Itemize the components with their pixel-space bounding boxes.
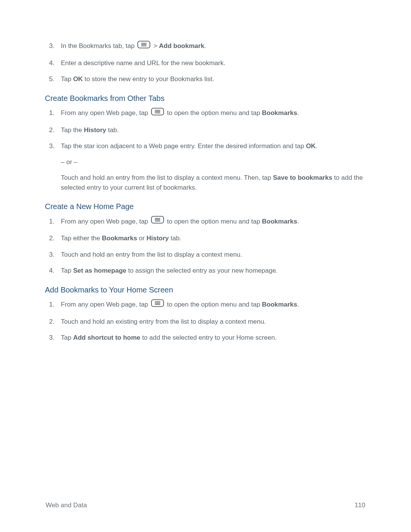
step-bold: Add shortcut to home xyxy=(73,334,140,341)
list-item: Tap OK to store the new entry to your Bo… xyxy=(56,75,365,84)
step-fragment: > xyxy=(151,42,159,50)
step-bold: Bookmarks xyxy=(262,218,297,225)
list-item: In the Bookmarks tab, tap > Add bookmark… xyxy=(56,41,365,52)
step-bold: History xyxy=(147,235,169,242)
step-text: From any open Web page, tap to open the … xyxy=(61,218,299,225)
heading-other-tabs: Create Bookmarks from Other Tabs xyxy=(45,94,365,103)
list-item: Enter a descriptive name and URL for the… xyxy=(56,59,365,68)
step-fragment: to open the option menu and tap xyxy=(165,218,262,225)
menu-icon xyxy=(151,108,164,118)
step-fragment: From any open Web page, tap xyxy=(61,301,150,308)
step-fragment: From any open Web page, tap xyxy=(61,218,150,225)
list-item: Tap the star icon adjacent to a Web page… xyxy=(56,142,365,192)
step-fragment: to add the selected entry to your Home s… xyxy=(140,334,277,341)
step-fragment: . xyxy=(315,142,317,150)
step-bold: History xyxy=(84,126,107,134)
step-fragment: to assign the selected entry as your new… xyxy=(126,267,278,274)
step-fragment: to store the new entry to your Bookmarks… xyxy=(83,75,214,83)
step-text: From any open Web page, tap to open the … xyxy=(61,109,299,117)
step-fragment: Touch and hold an entry from the list to… xyxy=(61,174,273,181)
step-fragment: . xyxy=(297,301,299,308)
list-item: Touch and hold an existing entry from th… xyxy=(56,317,365,327)
step-fragment: Tap xyxy=(61,267,73,274)
menu-icon xyxy=(151,216,164,227)
step-fragment: or xyxy=(137,235,147,242)
step-bold: OK xyxy=(73,75,83,83)
step-fragment: to open the option menu and tap xyxy=(165,109,262,117)
other-tabs-steps: From any open Web page, tap to open the … xyxy=(45,108,365,192)
step-text: Touch and hold an existing entry from th… xyxy=(61,318,266,325)
step-or: – or – xyxy=(61,157,365,167)
step-text: Tap the History tab. xyxy=(61,126,119,134)
list-item: Tap Set as homepage to assign the select… xyxy=(56,266,365,276)
list-item: From any open Web page, tap to open the … xyxy=(56,216,365,227)
step-fragment: . xyxy=(204,42,206,50)
footer-section: Web and Data xyxy=(46,502,87,509)
step-sub: Touch and hold an entry from the list to… xyxy=(61,173,365,192)
list-item: Tap the History tab. xyxy=(56,126,365,135)
step-fragment: Tap the xyxy=(61,126,84,134)
list-item: From any open Web page, tap to open the … xyxy=(56,300,365,310)
step-fragment: Tap the star icon adjacent to a Web page… xyxy=(61,142,306,150)
list-item: From any open Web page, tap to open the … xyxy=(56,108,365,119)
step-bold: Bookmarks xyxy=(102,235,137,242)
step-text: Tap Add shortcut to home to add the sele… xyxy=(61,334,277,341)
step-fragment: Touch and hold an existing entry from th… xyxy=(61,318,266,325)
step-text: Tap the star icon adjacent to a Web page… xyxy=(61,142,317,150)
step-text: Touch and hold an entry from the list to… xyxy=(61,251,242,258)
step-text: Tap OK to store the new entry to your Bo… xyxy=(61,75,214,83)
step-fragment: . xyxy=(297,218,299,225)
list-item: Tap Add shortcut to home to add the sele… xyxy=(56,333,365,343)
step-fragment: In the Bookmarks tab, tap xyxy=(61,42,136,50)
footer-page-number: 110 xyxy=(355,502,365,509)
heading-add-home-screen: Add Bookmarks to Your Home Screen xyxy=(45,286,365,294)
step-fragment: to open the option menu and tap xyxy=(165,301,262,308)
step-fragment: Tap xyxy=(61,334,73,341)
step-bold: Bookmarks xyxy=(262,109,297,117)
step-fragment: tab. xyxy=(106,126,119,134)
step-fragment: Touch and hold an entry from the list to… xyxy=(61,251,242,258)
step-text: From any open Web page, tap to open the … xyxy=(61,301,299,308)
step-text: Tap either the Bookmarks or History tab. xyxy=(61,235,182,242)
intro-steps: In the Bookmarks tab, tap > Add bookmark… xyxy=(45,41,365,84)
step-bold: Save to bookmarks xyxy=(273,174,332,181)
step-fragment: Enter a descriptive name and URL for the… xyxy=(61,59,225,67)
step-text: In the Bookmarks tab, tap > Add bookmark… xyxy=(61,42,206,50)
heading-new-home: Create a New Home Page xyxy=(45,202,365,211)
step-bold: Bookmarks xyxy=(262,301,297,308)
step-fragment: Tap xyxy=(61,75,73,83)
home-screen-steps: From any open Web page, tap to open the … xyxy=(45,300,365,343)
new-home-steps: From any open Web page, tap to open the … xyxy=(45,216,365,276)
list-item: Touch and hold an entry from the list to… xyxy=(56,250,365,260)
list-item: Tap either the Bookmarks or History tab. xyxy=(56,234,365,243)
step-bold: OK xyxy=(306,142,316,150)
step-bold: Set as homepage xyxy=(73,267,126,274)
step-fragment: tab. xyxy=(169,235,182,242)
step-fragment: . xyxy=(297,109,299,117)
step-bold: Add bookmark xyxy=(159,42,204,50)
step-text: Tap Set as homepage to assign the select… xyxy=(61,267,278,274)
step-text: Enter a descriptive name and URL for the… xyxy=(61,59,225,67)
page-footer: Web and Data 110 xyxy=(46,502,365,509)
step-fragment: Tap either the xyxy=(61,235,102,242)
menu-icon xyxy=(151,299,164,310)
step-fragment: From any open Web page, tap xyxy=(61,109,150,117)
menu-icon xyxy=(137,41,150,51)
